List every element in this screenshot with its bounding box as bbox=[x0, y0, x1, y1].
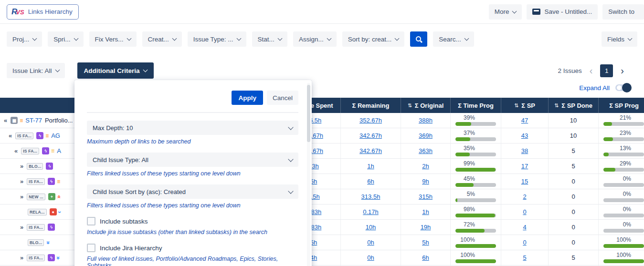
checkbox[interactable] bbox=[87, 217, 95, 225]
sum-original-link[interactable]: 315h bbox=[419, 193, 433, 200]
column-header[interactable]: ⇅Σ SP bbox=[501, 98, 548, 113]
priority-medium-icon: = bbox=[51, 148, 54, 154]
switch-to-label: Switch to bbox=[608, 8, 634, 15]
sum-sp-link[interactable]: 0 bbox=[523, 239, 526, 246]
current-page-button[interactable]: 1 bbox=[600, 64, 613, 77]
expand-collapse-chevron[interactable]: » bbox=[20, 224, 23, 231]
sum-sp-link[interactable]: 17 bbox=[521, 163, 528, 170]
expand-collapse-chevron[interactable]: « bbox=[4, 117, 7, 124]
expand-all-link[interactable]: Expand All bbox=[579, 84, 610, 92]
search-button[interactable] bbox=[410, 31, 427, 47]
column-header[interactable]: ⇅Σ SP Done bbox=[548, 98, 598, 113]
sum-original-link[interactable]: 2h bbox=[422, 163, 429, 170]
criteria-select[interactable]: Child Issue Type: All bbox=[87, 153, 298, 167]
sum-sp-link[interactable]: 0 bbox=[523, 208, 526, 215]
issue-key-link[interactable]: A bbox=[57, 147, 61, 154]
remaining-cell: 6h bbox=[340, 174, 401, 189]
sort-icon[interactable]: ⇅ bbox=[408, 102, 412, 109]
sum-sp-link[interactable]: 47 bbox=[521, 117, 528, 124]
sum-remaining-link[interactable]: 342.67h bbox=[359, 147, 382, 154]
filter-dropdown[interactable]: Spri... bbox=[48, 31, 83, 47]
sum-sp-link[interactable]: 4 bbox=[523, 224, 526, 231]
fields-dropdown[interactable]: Fields bbox=[602, 31, 637, 47]
sum-sp-link[interactable]: 2 bbox=[523, 193, 526, 200]
original-cell: 2h bbox=[401, 159, 450, 174]
link-type-badge: IS FA... bbox=[27, 224, 45, 231]
next-page-chevron-icon[interactable]: › bbox=[621, 66, 624, 75]
column-header[interactable]: Σ Remaining bbox=[340, 98, 401, 113]
column-header[interactable]: ⇅Σ Original bbox=[401, 98, 450, 113]
issue-key-link[interactable]: ST-77 bbox=[25, 117, 42, 124]
expand-collapse-chevron[interactable]: » bbox=[20, 254, 23, 261]
sum-remaining-link[interactable]: 6h bbox=[367, 178, 374, 185]
expand-collapse-chevron[interactable]: « bbox=[9, 132, 12, 139]
column-header[interactable]: Σ Time Prog bbox=[450, 98, 501, 113]
filter-dropdown[interactable]: Issue Type: ... bbox=[188, 31, 246, 47]
time-progress-bar-fill bbox=[455, 122, 471, 126]
sum-sp-link[interactable]: 38 bbox=[521, 147, 528, 154]
sum-remaining-link[interactable]: 0h bbox=[367, 254, 374, 261]
sum-original-link[interactable]: 363h bbox=[419, 147, 433, 154]
filter-dropdown[interactable]: Fix Vers... bbox=[89, 31, 137, 47]
sum-remaining-link[interactable]: 10h bbox=[366, 224, 376, 231]
sp-cell: 38 bbox=[501, 143, 548, 158]
sort-icon[interactable]: ⇅ bbox=[554, 102, 559, 109]
checkbox[interactable] bbox=[87, 244, 95, 252]
panel-scrollbar-thumb[interactable] bbox=[307, 85, 310, 142]
sum-remaining-link[interactable]: 313.5h bbox=[361, 193, 380, 200]
sum-remaining-link[interactable]: 352.67h bbox=[359, 117, 382, 124]
criteria-select[interactable]: Child Issue Sort by (asc): Created bbox=[87, 184, 298, 199]
time-progress-bar bbox=[455, 244, 496, 248]
link-type-badge: BLO... bbox=[28, 239, 44, 246]
filter-dropdown[interactable]: Proj... bbox=[7, 31, 42, 47]
expand-toggle[interactable] bbox=[615, 84, 630, 91]
filter-dropdown[interactable]: Assign... bbox=[293, 31, 337, 47]
filter-label: Issue Type: ... bbox=[193, 36, 233, 43]
save-button[interactable]: Save - Untitled... bbox=[527, 4, 598, 20]
sum-sp-done-value: 0 bbox=[571, 193, 575, 200]
sp-done-cell: 5 bbox=[548, 250, 598, 265]
sum-original-link[interactable]: 388h bbox=[419, 117, 433, 124]
issue-key-link[interactable]: AG bbox=[51, 132, 60, 139]
expand-collapse-chevron[interactable]: » bbox=[20, 163, 23, 170]
sum-original-link[interactable]: 369h bbox=[419, 132, 433, 139]
sum-sp-link[interactable]: 43 bbox=[521, 132, 528, 139]
sum-sp-link[interactable]: 15 bbox=[521, 178, 528, 185]
criteria-checkbox-row: Include subtasks bbox=[87, 217, 298, 225]
filter-dropdown[interactable]: Sort by: creat... bbox=[342, 31, 405, 47]
additional-criteria-button[interactable]: Additional Criteria bbox=[77, 62, 154, 79]
cancel-button[interactable]: Cancel bbox=[267, 91, 298, 105]
previous-page-chevron-icon[interactable]: ‹ bbox=[590, 66, 593, 75]
more-button[interactable]: More bbox=[489, 4, 522, 20]
expand-collapse-chevron[interactable]: » bbox=[20, 178, 23, 185]
time-progress-bar bbox=[455, 137, 496, 141]
link-type-badge: IS FA... bbox=[21, 148, 39, 154]
sum-remaining-link[interactable]: 1h bbox=[367, 163, 374, 170]
sum-remaining-link[interactable]: 342.67h bbox=[359, 132, 382, 139]
sum-sp-link[interactable]: 5 bbox=[523, 254, 526, 261]
issue-link-dropdown[interactable]: Issue Link: All bbox=[7, 63, 65, 78]
sum-original-link[interactable]: 1h bbox=[422, 208, 429, 215]
sum-original-link[interactable]: 6h bbox=[422, 254, 429, 261]
column-header[interactable]: Σ SP Prog bbox=[598, 98, 644, 113]
switch-to-button[interactable]: Switch to bbox=[602, 4, 644, 20]
sp-progress-bar bbox=[603, 153, 644, 156]
sum-original-link[interactable]: 5h bbox=[422, 239, 429, 246]
filter-dropdown[interactable]: Stat... bbox=[252, 31, 287, 47]
criteria-select[interactable]: Max Depth: 10 bbox=[87, 121, 298, 135]
sum-remaining-link[interactable]: 0h bbox=[367, 239, 374, 246]
expand-collapse-chevron[interactable]: « bbox=[14, 147, 18, 154]
sum-original-link[interactable]: 9h bbox=[422, 178, 429, 185]
column-header-label: Σ Time Prog bbox=[458, 102, 494, 109]
time-progress-bar bbox=[455, 168, 496, 172]
search-menu-dropdown[interactable]: Searc... bbox=[433, 31, 474, 47]
chevron-down-icon bbox=[288, 124, 293, 130]
apply-button[interactable]: Apply bbox=[232, 91, 263, 105]
sum-remaining-link[interactable]: 0.17h bbox=[363, 208, 379, 215]
sort-icon[interactable]: ⇅ bbox=[514, 102, 518, 109]
expand-collapse-chevron[interactable]: » bbox=[20, 193, 23, 200]
filter-dropdown[interactable]: Creat... bbox=[142, 31, 182, 47]
sp-progress-bar-fill bbox=[603, 137, 613, 141]
app-logo-button[interactable]: RVS Links Hierarchy bbox=[7, 4, 79, 20]
sum-original-link[interactable]: 19h bbox=[421, 224, 431, 231]
